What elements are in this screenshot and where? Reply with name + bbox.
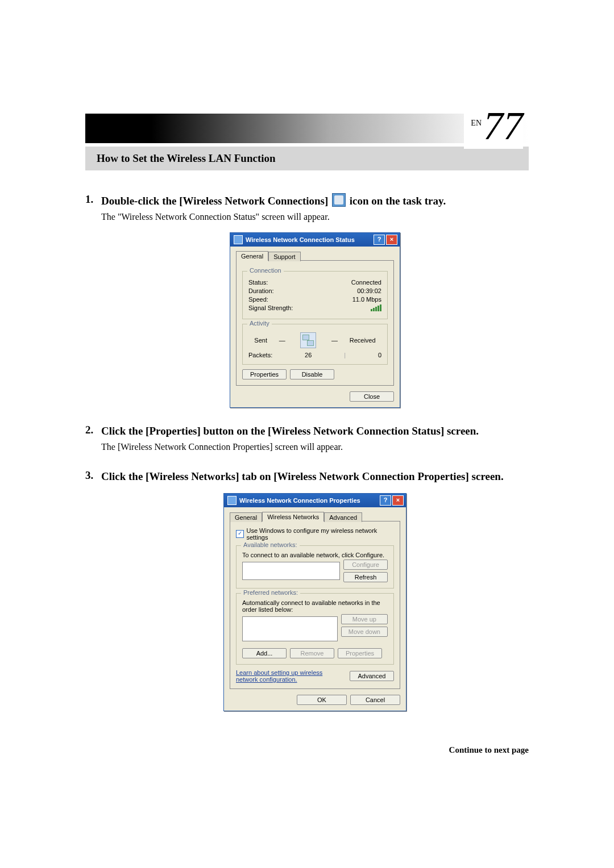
step-2-sub: The [Wireless Network Connection Propert… [101, 441, 529, 453]
available-desc: To connect to an available network, clic… [242, 552, 388, 558]
move-up-button[interactable]: Move up [341, 614, 388, 624]
tab-general[interactable]: General [236, 251, 268, 261]
preferred-legend: Preferred networks: [241, 589, 300, 596]
ok-button[interactable]: OK [297, 695, 347, 705]
activity-group: Activity Sent — — Received Packets: [242, 324, 388, 365]
step-1: Double-click the [Wireless Network Conne… [85, 193, 529, 408]
step-3: Click the [Wireless Networks] tab on [Wi… [85, 469, 529, 711]
figure-properties-dialog: Wireless Network Connection Properties ?… [101, 493, 529, 711]
status-label: Status: [248, 279, 268, 286]
page-number-wrap: EN77 [464, 103, 523, 149]
use-windows-label: Use Windows to configure my wireless net… [247, 527, 395, 541]
remove-button[interactable]: Remove [290, 648, 334, 658]
status-dialog-title: Wireless Network Connection Status [246, 236, 372, 243]
available-legend: Available networks: [241, 541, 300, 548]
step-1-heading: Double-click the [Wireless Network Conne… [101, 193, 529, 208]
close-icon[interactable]: × [392, 495, 404, 506]
help-button[interactable]: ? [380, 495, 391, 506]
en-label: EN [471, 119, 482, 127]
advanced-button[interactable]: Advanced [350, 671, 394, 681]
connection-group: Connection Status:Connected Duration:00:… [242, 271, 388, 319]
activity-icon [300, 332, 316, 348]
speed-value: 11.0 Mbps [352, 296, 381, 303]
props-dialog-title: Wireless Network Connection Properties [239, 497, 379, 504]
move-down-button[interactable]: Move down [341, 627, 388, 637]
status-tabs: General Support [236, 251, 394, 261]
connection-legend: Connection [247, 267, 284, 274]
activity-sent-label: Sent [254, 337, 267, 344]
window-icon [227, 496, 237, 505]
learn-link[interactable]: Learn about setting up wireless network … [236, 669, 333, 683]
preferred-networks-list[interactable] [242, 616, 338, 641]
activity-received-label: Received [350, 337, 376, 344]
refresh-button[interactable]: Refresh [343, 572, 388, 582]
step-2: Click the [Properties] button on the [Wi… [85, 424, 529, 453]
step-1-heading-post: icon on the task tray. [350, 195, 446, 207]
continue-next-page: Continue to next page [85, 745, 529, 755]
packets-label: Packets: [248, 352, 272, 358]
close-icon[interactable]: × [386, 235, 397, 245]
properties-pref-button[interactable]: Properties [338, 648, 382, 658]
add-button[interactable]: Add... [242, 648, 287, 658]
wireless-tray-icon [332, 193, 346, 207]
signal-label: Signal Strength: [248, 304, 293, 311]
status-titlebar: Wireless Network Connection Status ? × [230, 233, 400, 247]
duration-label: Duration: [248, 287, 274, 294]
close-button[interactable]: Close [350, 391, 394, 402]
step-2-heading: Click the [Properties] button on the [Wi… [101, 424, 529, 439]
cancel-button[interactable]: Cancel [350, 695, 400, 705]
page-number: 77 [483, 104, 523, 148]
signal-strength-icon [371, 304, 381, 311]
step-3-heading: Click the [Wireless Networks] tab on [Wi… [101, 469, 529, 484]
available-networks-list[interactable] [242, 562, 340, 580]
section-title: How to Set the Wireless LAN Function [97, 152, 276, 164]
tab-support[interactable]: Support [268, 252, 301, 261]
packets-sent: 26 [305, 352, 312, 358]
section-title-bar: How to Set the Wireless LAN Function [85, 147, 529, 170]
properties-dialog: Wireless Network Connection Properties ?… [223, 493, 406, 711]
preferred-networks-group: Preferred networks: Automatically connec… [236, 593, 394, 665]
tab-general-props[interactable]: General [230, 512, 262, 522]
properties-button[interactable]: Properties [242, 369, 287, 379]
props-titlebar: Wireless Network Connection Properties ?… [224, 494, 406, 507]
available-networks-group: Available networks: To connect to an ava… [236, 545, 394, 589]
status-dialog: Wireless Network Connection Status ? × G… [230, 232, 400, 408]
figure-status-dialog: Wireless Network Connection Status ? × G… [101, 232, 529, 408]
use-windows-checkbox[interactable]: ✓ [236, 530, 244, 538]
step-1-sub: The "Wireless Network Connection Status"… [101, 211, 529, 223]
tab-wireless-networks[interactable]: Wireless Networks [262, 512, 324, 521]
speed-label: Speed: [248, 296, 268, 303]
configure-button[interactable]: Configure [343, 560, 388, 570]
status-value: Connected [351, 279, 381, 286]
disable-button[interactable]: Disable [290, 369, 334, 379]
tab-advanced[interactable]: Advanced [324, 512, 362, 522]
props-tabs: General Wireless Networks Advanced [230, 512, 400, 521]
packets-received: 0 [378, 352, 381, 358]
step-1-heading-pre: Double-click the [Wireless Network Conne… [101, 195, 331, 207]
duration-value: 00:39:02 [357, 287, 381, 294]
activity-legend: Activity [247, 320, 272, 327]
help-button[interactable]: ? [374, 235, 385, 245]
preferred-desc: Automatically connect to available netwo… [242, 599, 388, 613]
header-bar: EN77 [85, 114, 529, 143]
window-icon [234, 235, 243, 244]
